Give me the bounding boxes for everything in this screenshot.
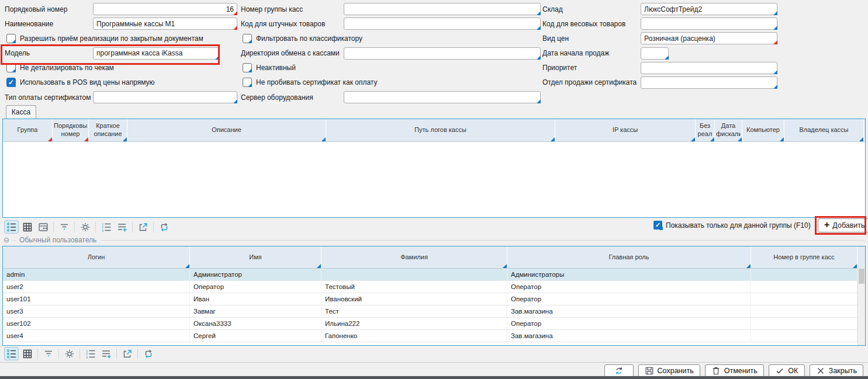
close-button[interactable]: Закрыть	[810, 364, 863, 377]
table-cell: Оператор	[190, 281, 321, 293]
window-bottom-edge	[0, 376, 868, 379]
inactive-checkbox[interactable]	[243, 63, 252, 72]
model-label: Модель	[5, 49, 93, 57]
grid-view-icon[interactable]	[20, 347, 34, 360]
filter-by-classifier-label: Фильтровать по классификатору	[256, 34, 362, 43]
column-header-label: Порядковый номер	[54, 122, 87, 138]
list-view-icon[interactable]	[4, 220, 19, 234]
priority-input[interactable]	[641, 62, 777, 74]
column-header-label: Описание	[212, 126, 241, 134]
column-header-login[interactable]: Логин	[3, 246, 190, 268]
groupbox-line	[101, 240, 865, 241]
grid-view-icon[interactable]	[20, 220, 34, 234]
price-type-input[interactable]: Розничная (расценка)	[641, 32, 777, 44]
column-header-label: Имя	[249, 253, 261, 262]
open-external-icon[interactable]	[136, 220, 150, 234]
calendar-view-icon[interactable]	[36, 220, 50, 234]
form-row: Приоритет	[542, 62, 777, 74]
column-header-log-path[interactable]: Путь логов кассы	[326, 119, 555, 141]
column-header-ip[interactable]: IP кассы	[555, 119, 696, 141]
cancel-button[interactable]: Отменить	[705, 364, 764, 377]
column-header-label: Компьютер	[746, 126, 780, 134]
refresh-button[interactable]	[604, 364, 634, 377]
sales-start-date-input[interactable]	[641, 47, 669, 60]
warehouse-input[interactable]: ЛюксСофтТрейд2	[641, 3, 777, 15]
certificate-payment-type-label: Тип оплаты сертификатом	[5, 93, 93, 102]
refresh-loop-icon[interactable]	[141, 347, 155, 360]
form-row: ✓Использовать в POS вид цены напрямую	[5, 77, 237, 89]
gear-icon[interactable]	[62, 347, 77, 360]
certificate-payment-type-input[interactable]	[93, 91, 237, 103]
show-only-group-checkbox[interactable]: ✓	[653, 221, 662, 230]
table-row[interactable]: user101ИванИвановскийОператор	[3, 293, 865, 305]
piece-goods-code-input[interactable]	[344, 18, 541, 30]
table-row[interactable]: user102Оксана3333Ильина222Оператор	[3, 318, 865, 330]
table-cell: Администраторы	[507, 269, 751, 280]
cash-group-number-input[interactable]	[344, 3, 541, 15]
numbered-list-icon[interactable]: 123	[99, 220, 113, 234]
filter-by-classifier-checkbox[interactable]	[243, 34, 252, 43]
filter-icon[interactable]	[57, 220, 71, 234]
form-column-3: СкладЛюксСофтТрейд2Код для весовых товар…	[542, 3, 777, 91]
no-certificate-as-payment-label: Не пробивать сертификат как оплату	[256, 78, 377, 86]
use-pos-price-type-checkbox[interactable]: ✓	[6, 78, 16, 87]
no-certificate-as-payment-checkbox[interactable]	[243, 78, 252, 87]
form-row: Дата начала продаж	[542, 47, 777, 60]
weight-goods-code-label: Код для весовых товаров	[542, 20, 641, 28]
table-cell: Тест	[321, 305, 507, 317]
table-cell: Оператор	[507, 318, 751, 329]
table-cell: user101	[3, 293, 190, 305]
column-header-label: Краткое описание	[90, 122, 126, 138]
refresh-loop-icon[interactable]	[157, 220, 171, 234]
add-list-icon[interactable]	[115, 220, 129, 234]
weight-goods-code-input[interactable]	[641, 18, 777, 30]
name-input[interactable]: Программные кассы М1	[93, 18, 237, 30]
form-row: Номер группы касс	[241, 3, 541, 15]
scrollbar-thumb[interactable]	[859, 269, 864, 284]
certificate-sales-department-input[interactable]	[641, 77, 777, 89]
table-row[interactable]: user4СергейГапоненкоЗав.магазина	[3, 330, 865, 342]
column-header-number-in-group[interactable]: Номер в группе касс	[751, 246, 857, 268]
filter-icon[interactable]	[41, 347, 56, 360]
model-input[interactable]: программная касса iKassa	[93, 47, 219, 60]
save-button[interactable]: Сохранить	[638, 364, 700, 377]
sequence-number-input[interactable]: 16	[93, 3, 237, 15]
numbered-list-icon[interactable]: 123	[83, 347, 98, 360]
column-header-main-role[interactable]: Главная роль	[507, 246, 751, 268]
allow-sales-closed-docs-checkbox[interactable]	[6, 34, 16, 43]
regular-user-groupbox: ⊖ Обычный пользователь	[4, 236, 865, 244]
exchange-directory-input[interactable]	[344, 47, 541, 60]
column-header-description[interactable]: Описание	[127, 119, 326, 141]
sequence-number-value: 16	[96, 5, 234, 13]
table-row[interactable]: user2ОператорТестовыйОператор	[3, 281, 865, 293]
column-header-computer[interactable]: Компьютер	[742, 119, 784, 141]
add-button[interactable]: + Добавить	[818, 218, 868, 232]
column-header-seq-number[interactable]: Порядковый номер	[53, 119, 89, 141]
plus-icon: +	[824, 220, 829, 230]
list-view-icon[interactable]	[4, 347, 19, 360]
column-header-group[interactable]: Группа	[3, 119, 53, 141]
close-button-label: Закрыть	[829, 367, 857, 375]
certificate-sales-department-label: Отдел продажи сертификата	[542, 78, 641, 86]
collapse-icon[interactable]: ⊖	[4, 236, 9, 244]
add-list-icon[interactable]	[99, 347, 113, 360]
no-detail-by-receipts-checkbox[interactable]	[6, 63, 16, 72]
toolbar-separator	[79, 349, 80, 359]
column-header-last-name[interactable]: Фамилия	[321, 246, 507, 268]
ok-button[interactable]: ОК	[769, 364, 805, 377]
column-header-first-name[interactable]: Имя	[190, 246, 321, 268]
open-external-icon[interactable]	[120, 347, 134, 360]
vertical-scrollbar[interactable]	[857, 268, 865, 345]
column-header-fiscal-date[interactable]: Дата фискализ	[715, 119, 742, 141]
piece-goods-code-label: Код для штучных товаров	[241, 20, 344, 28]
tab-kassa[interactable]: Касса	[6, 105, 36, 119]
sales-start-date-label: Дата начала продаж	[542, 49, 641, 57]
gear-icon[interactable]	[78, 220, 92, 234]
table-row[interactable]: user3ЗавмагТестЗав.магазина	[3, 305, 865, 318]
equipment-server-input[interactable]	[344, 91, 541, 103]
column-header-no-sales[interactable]: Без реал	[696, 119, 715, 141]
column-header-owner[interactable]: Владелец кассы	[784, 119, 864, 141]
column-header-short-description[interactable]: Краткое описание	[89, 119, 127, 141]
table-row[interactable]: adminАдминистраторАдминистраторы	[3, 269, 865, 281]
column-header-label: IP кассы	[613, 126, 638, 134]
